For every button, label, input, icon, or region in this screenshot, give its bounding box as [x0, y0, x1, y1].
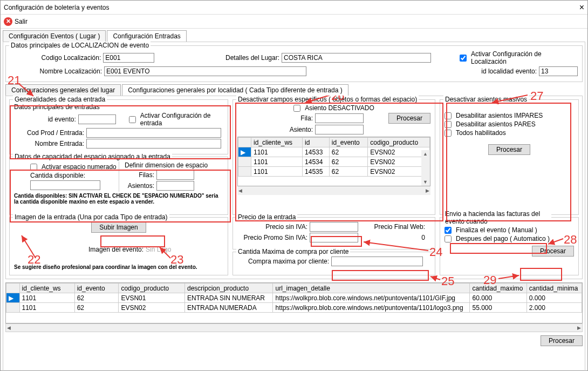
window-title: Configuración de boletería y eventos [4, 4, 579, 11]
subtab-content: Generalidades de cada entrada Datos prin… [5, 96, 583, 279]
asientos-label: Asientos: [125, 182, 154, 190]
tab-config-entradas[interactable]: Configuración Entradas [107, 30, 186, 42]
col-id-evento[interactable]: id_evento [329, 138, 368, 147]
desactivar-group: Desactivar campos especificos ( objetos … [233, 99, 435, 215]
col-id-cliente[interactable]: id_cliente_ws [251, 138, 303, 147]
nombre-entrada-input[interactable] [86, 139, 221, 149]
compra-legend: Cantida Maxima de compra por cliente [236, 248, 350, 255]
precio-group: Precio de la entrada Precio sin IVA: Pre… [233, 217, 435, 249]
col-id[interactable]: id [303, 138, 330, 147]
table-row[interactable]: 110162EVSN02ENTRADA NUMERADAhttps://wolk… [6, 303, 582, 313]
bcol-id-cliente[interactable]: id_cliente_ws [19, 284, 74, 293]
generalidades-group: Generalidades de cada entrada Datos prin… [9, 99, 228, 154]
impares-checkbox[interactable] [445, 112, 452, 119]
id-evento-input[interactable] [78, 114, 116, 124]
bottom-grid[interactable]: id_cliente_ws id_evento codigo_producto … [5, 282, 583, 323]
imagen-nota: Se sugiere diseño profesional para coord… [14, 264, 223, 270]
imagen-evento-value: Sin Logo [146, 246, 171, 253]
localizacion-group: Datos principales de LOCALIZACION de eve… [5, 45, 583, 82]
bcol-max[interactable]: cantidad_maximo [470, 284, 527, 293]
precio-legend: Precio de la entrada [236, 213, 297, 221]
compra-group: Cantida Maxima de compra por cliente Com… [233, 252, 435, 275]
todos-checkbox[interactable] [445, 130, 452, 137]
detalles-input[interactable] [282, 53, 431, 63]
tab-config-eventos[interactable]: Configuración Eventos ( Lugar ) [3, 30, 106, 42]
toolbar: ✕ Salir [1, 15, 587, 29]
asientos-input[interactable] [156, 181, 194, 191]
nombre-entrada-label: Nombre Entrada: [14, 140, 84, 147]
table-row[interactable]: ▶ 110162EVSN01ENTRADA SIN NUMERARhttps:/… [6, 293, 582, 303]
imagen-evento-label: Imagen del evento: [14, 246, 143, 253]
asiento-desact-checkbox[interactable] [293, 105, 300, 112]
bcol-min[interactable]: cantidad_minima [527, 284, 582, 293]
activar-numerado-checkbox[interactable] [30, 164, 37, 171]
bcol-desc[interactable]: descripcion_producto [185, 284, 273, 293]
bcol-codigo[interactable]: codigo_producto [119, 284, 185, 293]
precio-sin-iva-input[interactable] [310, 222, 358, 232]
bcol-id-evento[interactable]: id_evento [74, 284, 119, 293]
cantidad-input[interactable] [30, 180, 100, 190]
sub-tabs: Configuraciones generales del lugar Conf… [5, 84, 583, 96]
asiento-label: Asiento: [237, 126, 313, 133]
localizacion-legend: Datos principales de LOCALIZACION de eve… [9, 42, 151, 49]
pares-label: Desabilitar asientos PARES [456, 120, 536, 128]
promo-final-value: 0 [360, 234, 425, 241]
exit-button[interactable]: Salir [15, 18, 28, 25]
compra-max-input[interactable] [331, 257, 423, 266]
procesar-masivo-button[interactable]: Procesar [488, 144, 530, 155]
finaliza-checkbox[interactable] [445, 227, 452, 234]
desact-grid[interactable]: id_cliente_ws id id_evento codigo_produc… [237, 137, 430, 186]
bcol-url[interactable]: url_imagen_detalle [273, 284, 470, 293]
pares-checkbox[interactable] [445, 121, 452, 128]
fila-label: Fila: [237, 114, 313, 122]
datos-principales-label: Datos principales de entradas [14, 103, 223, 111]
precio-sin-iva-label: Precio sin IVA: [237, 223, 307, 231]
left-column: Generalidades de cada entrada Datos prin… [8, 98, 229, 276]
asiento-desact-label: Asiento DESACTIVADO [305, 104, 374, 112]
fila-input[interactable] [315, 113, 364, 123]
cantidad-label: Cantida disponible: [30, 172, 85, 179]
filas-label: Filas: [125, 171, 154, 179]
exit-icon[interactable]: ✕ [4, 17, 12, 26]
table-row[interactable]: 11011453462EVSN02 [238, 157, 430, 167]
precio-promo-input[interactable] [310, 233, 358, 242]
desactivar-legend: Desactivar campos especificos ( objetos … [236, 96, 419, 103]
activar-entrada-checkbox[interactable] [129, 116, 136, 123]
subir-imagen-button[interactable]: Subir Imagen [91, 222, 146, 233]
activar-numerado-label: Activar espacio numerado [42, 163, 117, 171]
masivo-legend: Desactivar asientos masivos [443, 96, 529, 103]
bottom-scrollbar-h[interactable] [5, 323, 583, 332]
close-icon[interactable]: × [579, 3, 584, 12]
scrollbar-h[interactable] [237, 186, 430, 195]
cod-prod-input[interactable] [86, 128, 221, 138]
hacienda-group: Envio a hacienda las facturas del evento… [440, 217, 579, 275]
procesar-main-button[interactable]: Procesar [541, 335, 583, 346]
codigo-loc-input[interactable] [103, 53, 154, 63]
main-tab-content: Datos principales de LOCALIZACION de eve… [3, 42, 585, 371]
filas-input[interactable] [156, 170, 194, 180]
nombre-loc-label: Nombre Localización: [10, 68, 102, 75]
codigo-loc-label: Codigo Localización: [10, 54, 101, 62]
nombre-loc-input[interactable] [104, 66, 306, 76]
subtab-generales-localidad[interactable]: Configuraciones generales por localidad … [122, 84, 348, 96]
procesar-hacienda-button[interactable]: Procesar [532, 246, 574, 257]
col-codigo-prod[interactable]: codigo_producto [368, 138, 430, 147]
id-evento-label: id evento: [14, 116, 76, 123]
impares-label: Desabilitar asientos IMPARES [456, 112, 543, 119]
imagen-legend: Imagen de la entrada (Una por cada Tipo … [13, 213, 169, 221]
table-row[interactable]: ▶ 11011453362EVSN02 [238, 147, 430, 157]
scrollbar-v[interactable] [421, 150, 430, 186]
table-row[interactable]: 11011453562EVSN02 [238, 167, 430, 177]
imagen-group: Imagen de la entrada (Una por cada Tipo … [9, 217, 228, 275]
capacidad-group: Datos de capacidad del espacio asignado … [9, 157, 228, 215]
subtab-generales-lugar[interactable]: Configuraciones generales del lugar [5, 84, 121, 96]
id-local-input[interactable] [539, 66, 578, 76]
dimension-label: Definir dimension de espacio [125, 161, 208, 169]
despues-checkbox[interactable] [445, 235, 452, 242]
asiento-input[interactable] [315, 125, 364, 134]
activar-entrada-label: Activar Configuración de entrada [140, 112, 223, 127]
capacidad-nota: Cantida disponibles: SIN ACTIVAR EL CHEC… [14, 193, 223, 205]
procesar-desact-button[interactable]: Procesar [388, 113, 430, 124]
activar-loc-checkbox[interactable] [460, 55, 467, 62]
main-tabs: Configuración Eventos ( Lugar ) Configur… [3, 30, 585, 42]
